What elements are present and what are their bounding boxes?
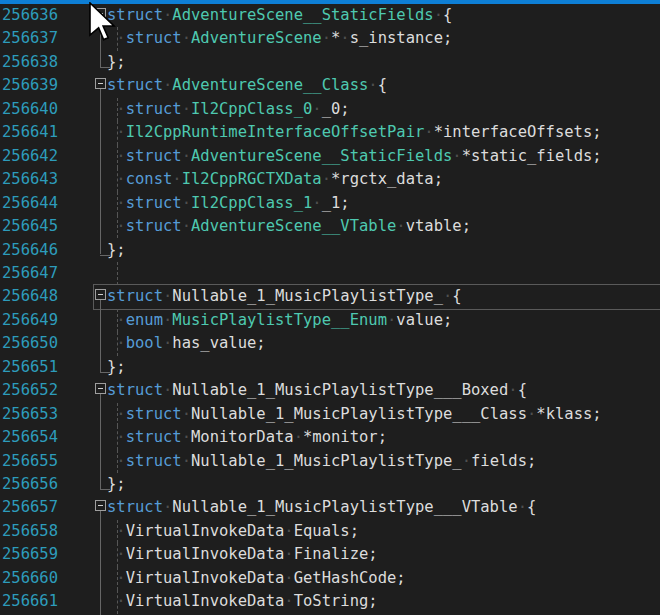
code-line[interactable]: ·VirtualInvokeData·Equals; (107, 520, 359, 543)
code-line[interactable]: struct·Nullable_1_MusicPlaylistType___VT… (107, 496, 536, 519)
line-number[interactable]: 256654 (2, 426, 58, 449)
line-number[interactable]: 256636 (2, 4, 58, 27)
line-row: 256645 ·struct·AdventureScene__VTable·vt… (0, 215, 660, 238)
line-number[interactable]: 256657 (2, 496, 58, 519)
line-row: 256643 ·const·Il2CppRGCTXData·*rgctx_dat… (0, 168, 660, 191)
minus-icon (98, 294, 103, 295)
fold-structure-line (100, 300, 101, 371)
line-number[interactable]: 256652 (2, 379, 58, 402)
code-line[interactable]: ·struct·AdventureScene__StaticFields·*st… (107, 145, 602, 168)
line-row: 256640 ·struct·Il2CppClass_0·_0; (0, 98, 660, 121)
line-number[interactable]: 256661 (2, 590, 58, 613)
code-line[interactable]: }; (107, 51, 126, 74)
line-number[interactable]: 256658 (2, 520, 58, 543)
line-row: 256660 ·VirtualInvokeData·GetHashCode; (0, 567, 660, 590)
line-row: 256656}; (0, 473, 660, 496)
code-line[interactable]: struct·AdventureScene__Class·{ (107, 74, 387, 97)
line-row: 256646}; (0, 239, 660, 262)
line-number[interactable]: 256659 (2, 543, 58, 566)
code-line[interactable]: ·enum·MusicPlaylistType__Enum·value; (107, 309, 452, 332)
line-row: 256642 ·struct·AdventureScene__StaticFie… (0, 145, 660, 168)
line-row: 256638}; (0, 51, 660, 74)
code-line[interactable]: ·struct·Nullable_1_MusicPlaylistType_·fi… (107, 450, 536, 473)
line-number[interactable]: 256660 (2, 567, 58, 590)
code-line[interactable]: ·struct·Il2CppClass_1·_1; (107, 192, 350, 215)
line-row: 256661 ·VirtualInvokeData·ToString; (0, 590, 660, 613)
line-row: 256647 (0, 262, 660, 285)
line-number[interactable]: 256642 (2, 145, 58, 168)
line-row: 256650 ·bool·has_value; (0, 332, 660, 355)
line-row: 256644 ·struct·Il2CppClass_1·_1; (0, 192, 660, 215)
line-row: 256655 ·struct·Nullable_1_MusicPlaylistT… (0, 450, 660, 473)
line-number[interactable]: 256651 (2, 356, 58, 379)
line-number[interactable]: 256653 (2, 403, 58, 426)
line-row: 256639struct·AdventureScene__Class·{ (0, 74, 660, 97)
minus-icon (98, 505, 103, 506)
line-number[interactable]: 256643 (2, 168, 58, 191)
line-number[interactable]: 256646 (2, 239, 58, 262)
fold-structure-line (100, 511, 101, 615)
code-line[interactable]: ·struct·AdventureScene__VTable·vtable; (107, 215, 471, 238)
code-line[interactable]: ·struct·Nullable_1_MusicPlaylistType___C… (107, 403, 602, 426)
fold-structure-line (100, 89, 101, 254)
code-line[interactable]: ·const·Il2CppRGCTXData·*rgctx_data; (107, 168, 443, 191)
code-editor: 256636struct·AdventureScene__StaticField… (0, 0, 660, 615)
line-number[interactable]: 256647 (2, 262, 58, 285)
line-row: 256649 ·enum·MusicPlaylistType__Enum·val… (0, 309, 660, 332)
code-line[interactable]: ·VirtualInvokeData·GetHashCode; (107, 567, 406, 590)
line-row: 256659 ·VirtualInvokeData·Finalize; (0, 543, 660, 566)
line-number[interactable]: 256639 (2, 74, 58, 97)
fold-collapse-button[interactable] (95, 289, 106, 300)
code-line[interactable]: struct·Nullable_1_MusicPlaylistType_·{ (107, 285, 462, 308)
line-row: 256658 ·VirtualInvokeData·Equals; (0, 520, 660, 543)
code-line[interactable]: ·struct·AdventureScene·*·s_instance; (107, 27, 452, 50)
fold-structure-line (100, 394, 101, 489)
line-row: 256641 ·Il2CppRuntimeInterfaceOffsetPair… (0, 121, 660, 144)
minus-icon (98, 388, 103, 389)
code-line[interactable]: ·VirtualInvokeData·ToString; (107, 590, 378, 613)
line-row: 256654 ·struct·MonitorData·*monitor; (0, 426, 660, 449)
line-row: 256653 ·struct·Nullable_1_MusicPlaylistT… (0, 403, 660, 426)
line-number[interactable]: 256650 (2, 332, 58, 355)
code-line[interactable]: struct·Nullable_1_MusicPlaylistType___Bo… (107, 379, 527, 402)
line-number[interactable]: 256644 (2, 192, 58, 215)
line-number[interactable]: 256649 (2, 309, 58, 332)
line-row: 256652struct·Nullable_1_MusicPlaylistTyp… (0, 379, 660, 402)
line-number[interactable]: 256648 (2, 285, 58, 308)
code-line[interactable]: ·bool·has_value; (107, 332, 266, 355)
mouse-cursor-icon (89, 2, 119, 46)
fold-collapse-button[interactable] (95, 383, 106, 394)
code-line[interactable]: ·VirtualInvokeData·Finalize; (107, 543, 378, 566)
code-line[interactable]: ·struct·Il2CppClass_0·_0; (107, 98, 350, 121)
fold-collapse-button[interactable] (95, 78, 106, 89)
line-row: 256648struct·Nullable_1_MusicPlaylistTyp… (0, 285, 660, 308)
indent-guide (117, 262, 118, 285)
code-line[interactable]: ·Il2CppRuntimeInterfaceOffsetPair·*inter… (107, 121, 602, 144)
code-line[interactable]: }; (107, 473, 126, 496)
code-line[interactable]: struct·AdventureScene__StaticFields·{ (107, 4, 452, 27)
line-number[interactable]: 256640 (2, 98, 58, 121)
line-number[interactable]: 256645 (2, 215, 58, 238)
line-number[interactable]: 256656 (2, 473, 58, 496)
line-number[interactable]: 256641 (2, 121, 58, 144)
code-line[interactable]: ·struct·MonitorData·*monitor; (107, 426, 387, 449)
code-line[interactable]: }; (107, 356, 126, 379)
line-number[interactable]: 256655 (2, 450, 58, 473)
line-number[interactable]: 256638 (2, 51, 58, 74)
fold-collapse-button[interactable] (95, 500, 106, 511)
editor-surface[interactable]: 256636struct·AdventureScene__StaticField… (0, 4, 660, 615)
code-line[interactable]: }; (107, 239, 126, 262)
line-number[interactable]: 256637 (2, 27, 58, 50)
line-row: 256657struct·Nullable_1_MusicPlaylistTyp… (0, 496, 660, 519)
minus-icon (98, 83, 103, 84)
line-row: 256651}; (0, 356, 660, 379)
